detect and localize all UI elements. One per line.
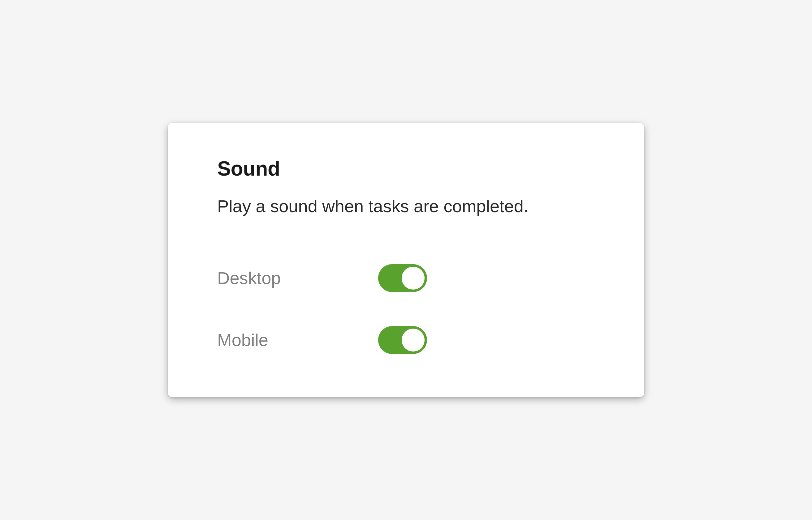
toggle-desktop[interactable] — [378, 264, 427, 292]
setting-row-mobile: Mobile — [217, 326, 595, 354]
setting-label-desktop: Desktop — [217, 268, 291, 288]
section-title: Sound — [217, 157, 595, 180]
sound-settings-card: Sound Play a sound when tasks are comple… — [168, 123, 644, 397]
toggle-knob-icon — [402, 329, 425, 352]
setting-row-desktop: Desktop — [217, 264, 595, 292]
toggle-mobile[interactable] — [378, 326, 427, 354]
setting-label-mobile: Mobile — [217, 330, 291, 350]
toggle-knob-icon — [402, 267, 425, 290]
section-description: Play a sound when tasks are completed. — [217, 195, 595, 218]
